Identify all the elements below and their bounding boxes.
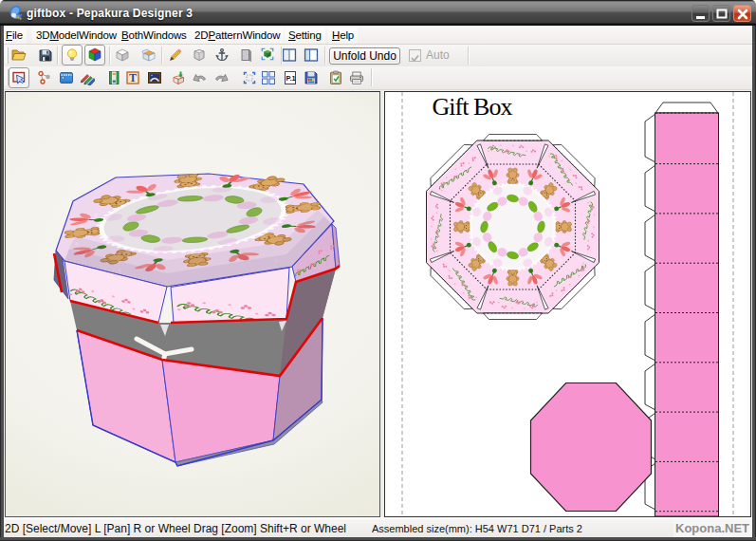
svg-text:T: T bbox=[129, 72, 137, 84]
svg-text:P.1: P.1 bbox=[286, 74, 295, 83]
svg-text:Gift Box: Gift Box bbox=[433, 93, 513, 121]
